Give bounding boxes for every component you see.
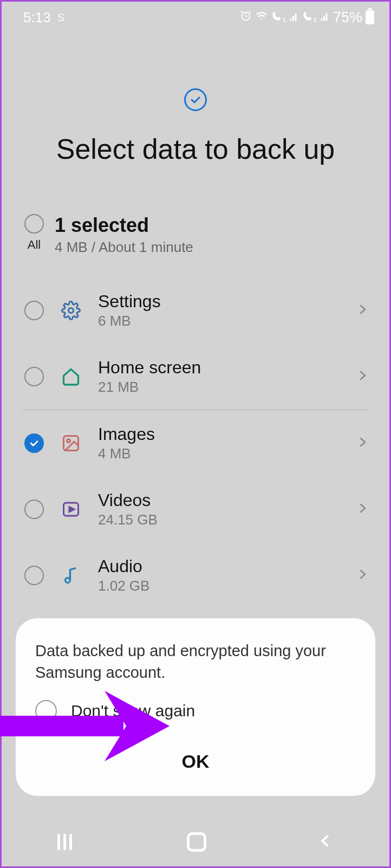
selected-subtitle: 4 MB / About 1 minute: [55, 239, 193, 256]
item-title: Audio: [98, 556, 340, 576]
list-item[interactable]: Settings6 MB: [2, 277, 389, 344]
item-title: Home screen: [98, 358, 340, 378]
select-all-radio[interactable]: [24, 214, 44, 234]
popup-message: Data backed up and encrypted using your …: [35, 640, 356, 684]
battery-percent: 75%: [333, 9, 362, 26]
list-item[interactable]: Audio1.02 GB: [2, 542, 389, 608]
signal2-icon: [320, 10, 330, 25]
list-item[interactable]: Videos24.15 GB: [2, 476, 389, 542]
page-header: Select data to back up: [2, 29, 389, 165]
nav-home-button[interactable]: [187, 832, 206, 852]
item-title: Images: [98, 424, 340, 444]
backup-items-list: Settings6 MBHome screen21 MBImages4 MBVi…: [2, 277, 389, 608]
page-title: Select data to back up: [2, 133, 389, 165]
item-size: 4 MB: [98, 445, 340, 462]
item-radio[interactable]: [24, 301, 44, 320]
audio-icon: [60, 565, 82, 586]
item-title: Videos: [98, 490, 340, 510]
list-item[interactable]: Images4 MB: [2, 410, 389, 476]
wifi-icon: [255, 10, 268, 25]
signal1-icon: [289, 10, 299, 25]
chevron-right-icon: [356, 502, 369, 517]
selection-summary: All 1 selected 4 MB / About 1 minute: [2, 165, 389, 256]
navigation-bar: [2, 818, 389, 866]
info-popup: Data backed up and encrypted using your …: [16, 618, 375, 796]
dont-show-again-row[interactable]: Don't show again: [35, 700, 356, 722]
item-size: 1.02 GB: [98, 578, 340, 594]
chevron-right-icon: [356, 436, 369, 451]
select-all-label: All: [28, 238, 41, 252]
item-radio[interactable]: [24, 433, 44, 453]
item-title: Settings: [98, 292, 340, 312]
dont-show-radio[interactable]: [35, 700, 57, 722]
svg-marker-5: [69, 507, 74, 512]
dont-show-label: Don't show again: [71, 702, 195, 720]
svg-point-1: [69, 308, 74, 313]
ok-button[interactable]: OK: [35, 751, 356, 772]
chevron-right-icon: [356, 369, 369, 384]
chevron-right-icon: [356, 568, 369, 583]
image-icon: [60, 432, 82, 454]
alarm-icon: [240, 10, 252, 25]
item-size: 6 MB: [98, 313, 340, 329]
item-radio[interactable]: [24, 500, 44, 519]
list-item[interactable]: Home screen21 MB: [2, 344, 389, 410]
chevron-right-icon: [356, 303, 369, 318]
nav-back-button[interactable]: [317, 833, 334, 851]
item-size: 21 MB: [98, 379, 340, 396]
nav-recent-button[interactable]: [57, 834, 76, 850]
item-radio[interactable]: [24, 566, 44, 585]
call-sim1-icon: ₁: [271, 11, 286, 24]
item-radio[interactable]: [24, 367, 44, 386]
battery-icon: [366, 10, 374, 24]
item-size: 24.15 GB: [98, 511, 340, 528]
call-sim2-icon: ₂: [302, 11, 317, 24]
home-icon: [60, 366, 82, 387]
gear-icon: [60, 300, 82, 321]
header-check-icon: [184, 88, 207, 111]
status-carrier: S: [57, 11, 64, 24]
svg-point-3: [67, 439, 70, 443]
video-icon: [60, 498, 82, 520]
selected-count: 1 selected: [55, 214, 193, 237]
status-time: 5:13: [23, 9, 51, 26]
status-bar: 5:13 S ₁ ₂ 75%: [2, 2, 389, 29]
